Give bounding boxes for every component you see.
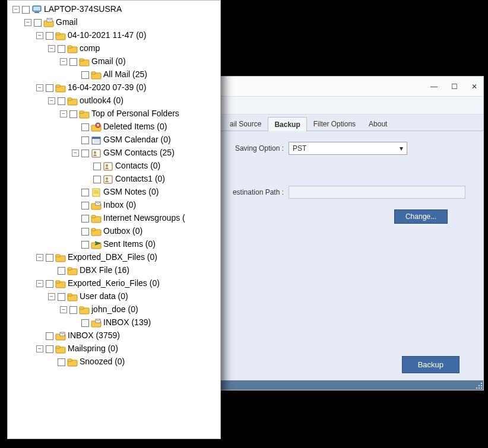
collapse-toggle[interactable]: − (24, 19, 31, 26)
collapse-toggle[interactable]: − (60, 110, 67, 117)
tree-checkbox[interactable] (69, 58, 77, 66)
tree-node[interactable]: −Mailspring (0) (9, 342, 219, 355)
collapse-toggle[interactable]: − (36, 280, 43, 287)
collapse-toggle[interactable]: − (48, 97, 55, 104)
tree-node[interactable]: GSM Notes (0) (9, 186, 219, 199)
contacts-icon (103, 161, 113, 171)
collapse-toggle[interactable]: − (72, 150, 79, 157)
collapse-toggle[interactable]: − (12, 6, 20, 13)
maximize-button[interactable]: ☐ (450, 82, 458, 91)
tree-checkbox[interactable] (81, 136, 89, 144)
tree-node[interactable]: −04-10-2021 11-47 (0) (9, 29, 219, 42)
tree-checkbox[interactable] (46, 280, 53, 288)
collapse-toggle[interactable]: − (48, 293, 55, 300)
tree-node-label: Exported_Kerio_Files (0) (68, 277, 160, 290)
tree-node-label: GSM Contacts (25) (103, 147, 175, 160)
change-button[interactable]: Change... (394, 209, 448, 224)
tab-backup[interactable]: Backup (268, 117, 306, 131)
collapse-toggle[interactable]: − (48, 45, 55, 52)
tree-node[interactable]: −Exported_DBX_Files (0) (9, 251, 219, 264)
collapse-toggle[interactable]: − (36, 254, 43, 261)
tree-checkbox[interactable] (34, 19, 42, 27)
tree-node[interactable]: Contacts (0) (9, 160, 219, 173)
tree-node-label: Deleted Items (0) (103, 120, 167, 134)
folder-icon (67, 266, 78, 275)
tab-mail-source[interactable]: ail Source (223, 116, 268, 131)
tree-node-label: INBOX (3759) (68, 329, 120, 342)
tree-checkbox[interactable] (69, 306, 77, 314)
tree-node[interactable]: −GSM Contacts (25) (9, 147, 219, 160)
tree-checkbox[interactable] (81, 150, 89, 157)
tree-node[interactable]: −16-04-2020 07-39 (0) (9, 81, 219, 94)
saving-option-select[interactable]: PST ▾ (289, 142, 407, 155)
folder-icon (79, 109, 90, 119)
close-button[interactable]: ✕ (470, 82, 479, 91)
destination-path-input[interactable] (289, 186, 465, 199)
svg-rect-5 (476, 387, 477, 389)
tree-node-label: 04-10-2021 11-47 (0) (68, 29, 146, 42)
tree-node[interactable]: All Mail (25) (9, 68, 219, 81)
destination-path-label: estination Path : (223, 188, 289, 196)
collapse-toggle[interactable]: − (60, 58, 67, 65)
collapse-toggle[interactable]: − (36, 345, 43, 352)
tree-checkbox[interactable] (58, 358, 65, 366)
tree-checkbox[interactable] (58, 45, 65, 53)
tree-checkbox[interactable] (22, 6, 30, 14)
tree-node[interactable]: −LAPTOP-374SUSRA (9, 3, 219, 16)
minimize-button[interactable]: — (430, 82, 438, 91)
tree-node[interactable]: DBX File (16) (9, 264, 219, 277)
tree-checkbox[interactable] (46, 32, 53, 40)
tree-checkbox[interactable] (46, 345, 53, 353)
tree-checkbox[interactable] (58, 267, 65, 275)
backup-button[interactable]: Backup (402, 356, 460, 373)
tree-node[interactable]: −john_doe (0) (9, 303, 219, 316)
tree-node[interactable]: −User data (0) (9, 290, 219, 303)
tree-checkbox[interactable] (46, 332, 53, 340)
tree-node[interactable]: Deleted Items (0) (9, 120, 219, 134)
resize-grip-icon[interactable] (475, 382, 483, 390)
svg-rect-1 (481, 385, 482, 386)
tree-checkbox[interactable] (93, 163, 101, 170)
tab-filter-options[interactable]: Filter Options (307, 116, 362, 131)
tree-node[interactable]: Sent Items (0) (9, 238, 219, 251)
tree-checkbox[interactable] (81, 189, 89, 196)
tree-node[interactable]: INBOX (3759) (9, 329, 219, 342)
collapse-toggle[interactable]: − (36, 84, 43, 91)
tree-node[interactable]: −Top of Personal Folders (9, 107, 219, 120)
tree-node[interactable]: −outlook4 (0) (9, 94, 219, 107)
tree-node[interactable]: Contacts1 (0) (9, 173, 219, 186)
tree-checkbox[interactable] (58, 97, 65, 105)
tree-checkbox[interactable] (46, 84, 53, 92)
tree-checkbox[interactable] (81, 241, 89, 249)
inbox-icon (91, 318, 102, 328)
tree-checkbox[interactable] (81, 202, 89, 209)
tree-checkbox[interactable] (69, 110, 77, 118)
collapse-toggle[interactable]: − (60, 306, 67, 313)
tab-about[interactable]: About (362, 116, 394, 131)
tree-node[interactable]: −comp (9, 42, 219, 55)
tree-checkbox[interactable] (81, 123, 89, 131)
tree-checkbox[interactable] (46, 254, 53, 262)
tree-node[interactable]: −Gmail (0) (9, 55, 219, 68)
contacts-icon (103, 174, 113, 184)
tree-node-label: Gmail (0) (91, 55, 126, 68)
folder-tree-panel: −LAPTOP-374SUSRA−Gmail−04-10-2021 11-47 … (7, 0, 221, 439)
tree-node[interactable]: Snoozed (0) (9, 355, 219, 368)
tree-node[interactable]: GSM Calendar (0) (9, 134, 219, 147)
tree-checkbox[interactable] (81, 215, 89, 223)
tree-node[interactable]: Internet Newsgroups ( (9, 212, 219, 225)
tree-checkbox[interactable] (58, 293, 65, 301)
folder-icon (55, 279, 66, 288)
tree-node[interactable]: INBOX (139) (9, 316, 219, 329)
calendar-icon (91, 135, 102, 145)
collapse-toggle[interactable]: − (36, 32, 43, 39)
tree-node[interactable]: −Gmail (9, 16, 219, 29)
tree-checkbox[interactable] (93, 176, 101, 183)
tree-node[interactable]: −Exported_Kerio_Files (0) (9, 277, 219, 290)
tree-checkbox[interactable] (81, 319, 89, 327)
tree-node[interactable]: Inbox (0) (9, 199, 219, 212)
tree-node[interactable]: Outbox (0) (9, 225, 219, 238)
tree-checkbox[interactable] (81, 71, 89, 79)
tree-node-label: INBOX (139) (103, 316, 151, 329)
tree-checkbox[interactable] (81, 228, 89, 236)
